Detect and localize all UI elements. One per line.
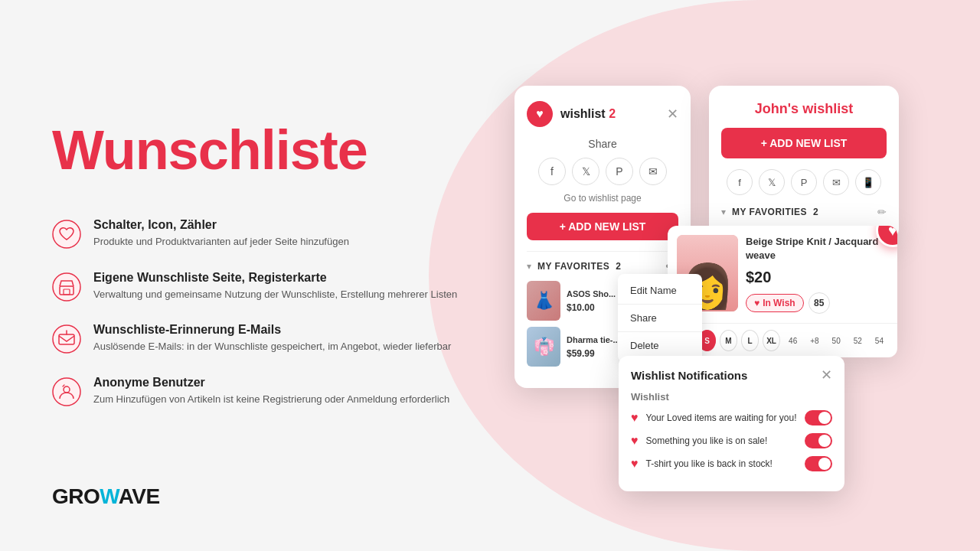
menu-edit-name[interactable]: Edit Name: [618, 279, 702, 302]
menu-share[interactable]: Share: [618, 306, 702, 330]
notif-text-3: T-shirt you like is back in stock!: [646, 458, 798, 469]
feature-title-email: Wunschliste-Erinnerung E-Mails: [93, 323, 451, 337]
wishlist-title: wishlist 2: [560, 107, 616, 121]
in-wishlist-badge: ♥ In Wish: [746, 294, 804, 312]
favorites-label: MY FAVORITES: [537, 261, 609, 272]
feature-desc-anon: Zum Hinzufügen von Artikeln ist keine Re…: [93, 392, 449, 407]
johns-favorites-label: MY FAVORITIES: [732, 207, 807, 217]
johns-share-email[interactable]: ✉: [823, 169, 849, 195]
johns-favorites-count: 2: [813, 207, 818, 217]
notif-heart-1: ♥: [631, 411, 639, 425]
johns-share-icons: f 𝕏 P ✉ 📱: [721, 169, 887, 195]
size-46: 46: [784, 334, 802, 348]
favorites-header: ▾ MY FAVORITES 2 •••: [527, 259, 678, 273]
notif-item-3: ♥ T-shirt you like is back in stock!: [631, 456, 832, 471]
johns-share-facebook[interactable]: f: [727, 169, 753, 195]
product-detail-card: 👩 Beige Stripe Knit / Jacquard weave $20…: [668, 226, 897, 357]
johns-share-pinterest[interactable]: P: [791, 169, 817, 195]
johns-edit-icon[interactable]: ✏: [877, 206, 887, 218]
logo-w: W: [100, 484, 118, 508]
product-detail-name: Beige Stripe Knit / Jacquard weave: [746, 235, 888, 262]
share-label: Share: [527, 138, 678, 150]
menu-divider-1: [618, 304, 702, 305]
page-title: Wunschliste: [52, 119, 368, 181]
feature-desc-email: Auslösende E-Mails: in der Wunschliste g…: [93, 339, 451, 354]
in-wishlist-heart: ♥: [754, 298, 760, 308]
feature-desc-toggle: Produkte und Produktvarianten auf jeder …: [93, 234, 349, 249]
feature-item-email: Wunschliste-Erinnerung E-Mails Auslösend…: [52, 323, 457, 354]
context-menu: Edit Name Share Delete: [618, 274, 702, 362]
logo-ave: AVE: [119, 484, 160, 508]
size-50: 50: [828, 334, 845, 348]
size-more: +8: [805, 334, 823, 348]
share-pinterest-button[interactable]: P: [606, 158, 633, 185]
notifications-title: Wishlist Notifications: [631, 369, 747, 382]
feature-item-page: Eigene Wunschliste Seite, Registerkarte …: [52, 271, 457, 302]
go-wishlist-link[interactable]: Go to wishlist page: [527, 193, 678, 204]
in-wishlist-text: In Wish: [763, 298, 795, 308]
heart-icon: ♥: [527, 101, 553, 127]
share-icons-row: f 𝕏 P ✉: [527, 158, 678, 185]
wishlist-count-badge: 85: [808, 292, 830, 314]
size-xl[interactable]: XL: [763, 330, 780, 351]
notif-heart-2: ♥: [631, 434, 639, 448]
notif-toggle-2[interactable]: [805, 433, 832, 448]
feature-item-toggle: Schalter, Icon, Zähler Produkte und Prod…: [52, 218, 457, 249]
size-selector-row: XS S M L XL 46 +8 50 52 54: [668, 323, 897, 357]
notif-item-2: ♥ Something you like is on sale!: [631, 433, 832, 448]
notifications-header: Wishlist Notifications ✕: [631, 368, 832, 382]
card-header: ♥ wishlist 2 ✕: [527, 101, 678, 127]
johns-share-whatsapp[interactable]: 📱: [855, 169, 881, 195]
feature-title-page: Eigene Wunschliste Seite, Registerkarte: [93, 271, 457, 285]
size-l[interactable]: L: [741, 330, 759, 351]
notif-toggle-3[interactable]: [805, 456, 832, 471]
product-detail-top: 👩 Beige Stripe Knit / Jacquard weave $20…: [668, 226, 897, 323]
johns-share-twitter[interactable]: 𝕏: [759, 169, 785, 195]
add-new-list-button[interactable]: + ADD NEW LIST: [527, 213, 678, 240]
feature-desc-page: Verwaltung und gemeinsame Nutzung der Wu…: [93, 287, 457, 302]
product-image-1: 👗: [527, 281, 560, 321]
user-icon: [52, 377, 81, 406]
menu-divider-2: [618, 331, 702, 332]
menu-delete[interactable]: Delete: [618, 334, 702, 357]
svg-point-6: [53, 378, 80, 406]
growave-logo: GROWAVE: [52, 484, 160, 509]
johns-favorites-header: ▾ MY FAVORITIES 2 ✏: [721, 206, 887, 218]
share-email-button[interactable]: ✉: [639, 158, 667, 185]
wishlist-close-button[interactable]: ✕: [667, 107, 678, 121]
notifications-card: Wishlist Notifications ✕ Wishlist ♥ Your…: [619, 356, 844, 491]
card-divider: [527, 251, 678, 252]
notif-item-1: ♥ Your Loved items are waiting for you!: [631, 410, 832, 425]
svg-point-1: [53, 273, 80, 301]
store-icon: [52, 272, 81, 302]
features-list: Schalter, Icon, Zähler Produkte und Prod…: [52, 218, 457, 406]
feature-title-toggle: Schalter, Icon, Zähler: [93, 218, 349, 232]
share-facebook-button[interactable]: f: [538, 158, 566, 185]
favorites-count: 2: [616, 261, 621, 272]
johns-title: John's wishlist: [721, 101, 887, 117]
size-54: 54: [871, 334, 888, 348]
chevron-icon: ▾: [527, 261, 531, 272]
email-icon: [52, 324, 81, 354]
share-twitter-button[interactable]: 𝕏: [572, 158, 599, 185]
notif-text-2: Something you like is on sale!: [646, 435, 798, 446]
johns-add-list-button[interactable]: + ADD NEW LIST: [721, 128, 887, 158]
johns-chevron-icon: ▾: [721, 207, 726, 217]
size-52: 52: [849, 334, 867, 348]
heart-outline-icon: [52, 220, 81, 249]
notif-text-1: Your Loved items are waiting for you!: [646, 412, 798, 423]
notif-toggle-1[interactable]: [805, 410, 832, 425]
notif-heart-3: ♥: [631, 457, 639, 471]
product-detail-price: $20: [746, 269, 888, 286]
notifications-close-button[interactable]: ✕: [821, 368, 832, 382]
feature-title-anon: Anonyme Benutzer: [93, 376, 449, 390]
size-m[interactable]: M: [720, 330, 737, 351]
johns-wishlist-card: John's wishlist + ADD NEW LIST f 𝕏 P ✉ 📱…: [709, 86, 899, 241]
svg-point-4: [53, 325, 80, 353]
svg-point-0: [53, 220, 80, 248]
logo-gro: GRO: [52, 484, 100, 508]
product-image-2: 👘: [527, 327, 560, 367]
notifications-section-label: Wishlist: [631, 391, 832, 403]
feature-item-anon: Anonyme Benutzer Zum Hinzufügen von Arti…: [52, 376, 457, 407]
